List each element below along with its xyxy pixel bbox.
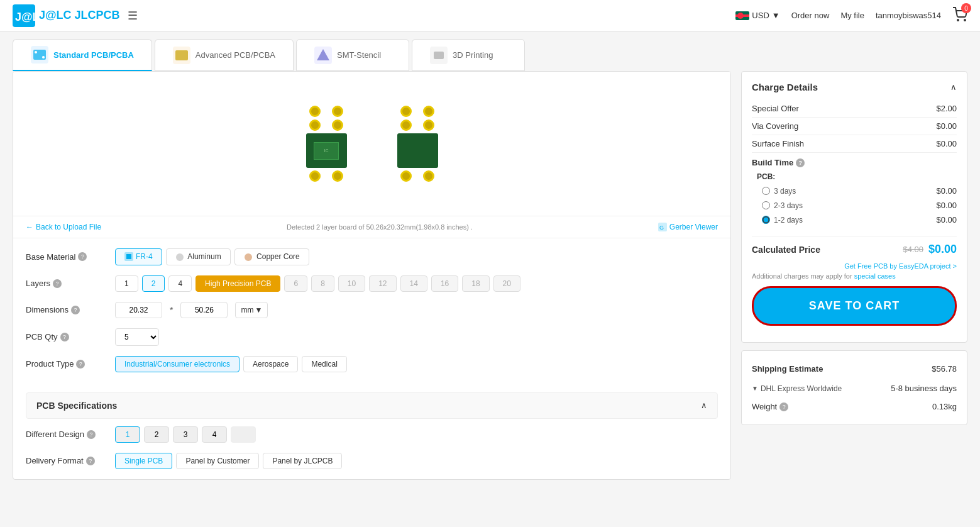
pcb-board-right [397,106,438,182]
design-2-btn[interactable]: 2 [144,426,169,443]
product-type-medical-btn[interactable]: Medical [302,356,346,372]
bottom-dots-r [400,170,434,182]
delivery-format-help-icon[interactable]: ? [86,457,95,465]
pcb-board-left: IC [306,106,347,182]
tab-standard[interactable]: Standard PCB/PCBA [13,39,152,71]
build-23days-text: 2-3 days [774,201,803,210]
layers-help-icon[interactable]: ? [53,279,62,288]
dimension-unit-selector[interactable]: mm ▼ [235,302,268,318]
layers-12-btn[interactable]: 12 [369,275,396,292]
shipping-title: Shipping Estimate [752,364,823,374]
build-23days-radio[interactable] [762,201,770,209]
layers-14-btn[interactable]: 14 [400,275,427,292]
chevron-up-icon: ∧ [701,401,707,410]
base-material-aluminum-btn[interactable]: Aluminum [166,248,231,265]
layers-2-btn[interactable]: 2 [142,275,165,292]
right-panel: Charge Details ∧ Special Offer $2.00 Via… [741,71,967,480]
layers-high-precision-btn[interactable]: High Precision PCB [195,275,280,292]
build-3days-radio[interactable] [762,187,770,195]
pcb-dot-2 [332,106,343,117]
build-time-help-icon[interactable]: ? [796,158,805,167]
back-link-row: ← Back to Upload File Detected 2 layer b… [13,216,730,238]
back-to-upload-link[interactable]: ← Back to Upload File [26,223,101,231]
design-1-btn[interactable]: 1 [115,426,140,443]
base-material-copper-btn[interactable]: Copper Core [234,248,309,265]
calc-price-label: Calculated Price [752,245,820,255]
layers-18-btn[interactable]: 18 [462,275,489,292]
dimension-width-input[interactable] [115,302,162,318]
3d-icon [430,47,448,64]
build-3days-label[interactable]: 3 days [762,187,796,196]
tab-standard-label: Standard PCB/PCBA [53,50,134,60]
build-12days-label[interactable]: 1-2 days [762,216,803,225]
order-now-link[interactable]: Order now [791,11,830,20]
different-design-help-icon[interactable]: ? [87,430,96,439]
tab-advanced[interactable]: Advanced PCB/PCBA [155,39,294,71]
different-design-label: Different Design ? [26,430,107,439]
pcb-dot-r3 [400,119,412,131]
layers-1-btn[interactable]: 1 [115,275,138,292]
design-more-btn[interactable] [231,426,256,443]
hamburger-menu-icon[interactable]: ☰ [128,9,138,23]
pcb-specs-header[interactable]: PCB Specifications ∧ [26,392,718,419]
design-3-btn[interactable]: 3 [173,426,198,443]
tab-smt-label: SMT-Stencil [337,50,381,60]
pcb-qty-select[interactable]: 5 10 15 20 25 30 50 100 [115,328,159,346]
chevron-down-shipping: ▼ [752,385,758,392]
svg-point-2 [957,19,959,21]
smt-icon [314,47,332,64]
tab-3d-label: 3D Printing [453,50,493,60]
layers-20-btn[interactable]: 20 [493,275,520,292]
currency-selector[interactable]: USD ▼ [735,11,779,20]
logo[interactable]: J@LC J@LC JLCPCB [13,4,120,27]
design-4-btn[interactable]: 4 [202,426,227,443]
shipping-carrier-row: ▼ DHL Express Worldwide 5-8 business day… [752,380,957,396]
product-type-industrial-btn[interactable]: Industrial/Consumer electronics [115,356,239,372]
pcb-boards: IC [306,106,438,182]
layers-8-btn[interactable]: 8 [311,275,334,292]
svg-point-6 [35,51,37,53]
save-to-cart-button[interactable]: SAVE TO CART [752,286,957,326]
pcb-qty-help-icon[interactable]: ? [60,333,69,341]
top-dots-r [400,106,434,117]
build-time-title: Build Time ? [752,158,957,167]
build-12days-text: 1-2 days [774,216,803,225]
base-material-help-icon[interactable]: ? [78,252,87,261]
product-type-aerospace-btn[interactable]: Aerospace [243,356,298,372]
special-offer-value: $2.00 [936,104,957,113]
tab-smt[interactable]: SMT-Stencil [296,39,409,71]
svg-point-3 [964,19,966,21]
via-covering-row: Via Covering $0.00 [752,118,957,135]
weight-value: 0.13kg [932,402,957,411]
shipping-carrier[interactable]: ▼ DHL Express Worldwide [752,384,842,393]
weight-label-group: Weight ? [752,402,788,411]
gerber-viewer-link[interactable]: G Gerber Viewer [658,223,718,231]
delivery-panel-jlcpcb-btn[interactable]: Panel by JLCPCB [263,453,342,469]
shipping-carrier-label: DHL Express Worldwide [761,384,842,393]
shipping-card: Shipping Estimate $56.78 ▼ DHL Express W… [741,350,967,425]
delivery-single-pcb-btn[interactable]: Single PCB [115,453,172,469]
delivery-panel-customer-btn[interactable]: Panel by Customer [176,453,259,469]
arrow-left-icon: ← [26,223,33,231]
weight-help-icon[interactable]: ? [779,402,788,411]
build-12days-radio[interactable] [762,216,770,224]
dimensions-help-icon[interactable]: ? [71,306,80,314]
calc-price-values: $4.00 $0.00 [903,243,957,256]
layers-16-btn[interactable]: 16 [431,275,458,292]
tab-3d[interactable]: 3D Printing [412,39,525,71]
layers-6-btn[interactable]: 6 [284,275,307,292]
product-type-help-icon[interactable]: ? [76,360,85,369]
pcb-chip-inner: IC [314,142,339,160]
layers-10-btn[interactable]: 10 [338,275,365,292]
base-material-fr4-btn[interactable]: FR-4 [115,248,162,265]
layers-4-btn[interactable]: 4 [168,275,192,292]
dimension-unit-label: mm [241,306,253,314]
layers-options: 1 2 4 High Precision PCB 6 8 10 12 14 16… [115,275,520,292]
cart-icon[interactable]: 0 [952,7,967,24]
free-eda-link[interactable]: Get Free PCB by EasyEDA project > [752,262,957,270]
special-cases-link[interactable]: special cases [854,272,896,280]
dimension-height-input[interactable] [180,302,228,318]
my-file-link[interactable]: My file [840,11,864,20]
build-23days-label[interactable]: 2-3 days [762,201,803,210]
svg-point-18 [176,253,184,261]
